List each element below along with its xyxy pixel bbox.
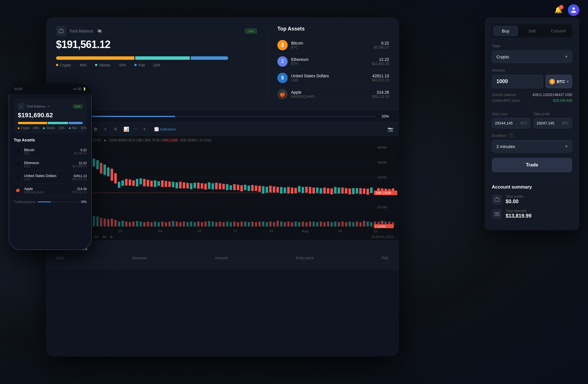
range-all[interactable]: All bbox=[102, 235, 106, 239]
svg-rect-90 bbox=[259, 186, 261, 192]
total-profits-item: Total profits $0.00 bbox=[492, 194, 572, 205]
notifications-bell[interactable]: 🔔 2 bbox=[554, 6, 562, 14]
trade-button[interactable]: Trade bbox=[492, 158, 572, 172]
svg-rect-32 bbox=[154, 181, 156, 187]
range-5y[interactable]: 5Y bbox=[95, 235, 98, 239]
phone-asset-eth[interactable]: Ξ Ethereum ETH 12.22 $22,489.74 bbox=[14, 158, 87, 171]
fiat-bar bbox=[191, 56, 228, 60]
svg-rect-100 bbox=[323, 188, 326, 193]
svg-text:7.337B: 7.337B bbox=[375, 225, 385, 228]
svg-rect-105 bbox=[349, 189, 351, 194]
crypto-legend: Crypto bbox=[56, 63, 71, 67]
btc-icon: ₿ bbox=[277, 40, 288, 50]
svg-rect-58 bbox=[302, 187, 304, 193]
svg-rect-49 bbox=[140, 178, 142, 184]
tablet-device: Total Balance Live $191,561.12 Crypto 46… bbox=[46, 17, 399, 356]
stocks-legend: Stocks bbox=[95, 63, 110, 67]
svg-rect-149 bbox=[179, 222, 181, 226]
phone-balance-header: ▪ Total Balance 👁 Live bbox=[18, 103, 83, 110]
svg-rect-138 bbox=[140, 222, 142, 226]
profits-icon bbox=[492, 194, 502, 205]
tab-convert[interactable]: Convert bbox=[546, 26, 571, 36]
svg-text:520B: 520B bbox=[378, 206, 387, 209]
phone-btc-icon: ₿ bbox=[14, 147, 22, 155]
indicators-btn[interactable]: 📈 Indicators bbox=[154, 127, 176, 131]
chart-area-icon[interactable]: 〰 bbox=[134, 127, 138, 131]
svg-rect-151 bbox=[186, 222, 189, 226]
svg-rect-73 bbox=[161, 181, 164, 187]
chart-type-icon[interactable]: ≡ bbox=[114, 126, 117, 132]
aapl-info: Apple NASDAQ:AAPL bbox=[291, 90, 368, 99]
phone-balance-icon: ▪ bbox=[18, 103, 25, 110]
svg-rect-39 bbox=[280, 187, 283, 193]
allocation-bar bbox=[56, 56, 228, 60]
svg-rect-93 bbox=[276, 187, 279, 192]
stop-loss-input[interactable]: 29244.145 BTC bbox=[492, 118, 531, 128]
tab-buy[interactable]: Buy bbox=[493, 26, 518, 36]
phone-status-bar: 01:53 ▪▪▪ 5G 🔋 bbox=[9, 83, 92, 94]
chart-bottom-bar: 3M 6M YTD 1Y 3Y 5Y All ⚙ 00:45:54 (UTC) bbox=[46, 234, 399, 240]
phone-asset-usd[interactable]: $ United States Dollars USD 42811.13 $42… bbox=[14, 171, 87, 184]
svg-rect-147 bbox=[172, 221, 174, 226]
svg-rect-97 bbox=[305, 187, 308, 193]
svg-rect-182 bbox=[298, 222, 301, 226]
svg-rect-104 bbox=[345, 188, 347, 193]
chart-candlestick-icon[interactable]: 📊 bbox=[123, 126, 129, 132]
account-summary: Account summary Total profits $0.00 bbox=[492, 178, 572, 219]
closed-trades-title: Closed Trades bbox=[56, 246, 389, 251]
currency-select[interactable]: ₿ BTC ▾ bbox=[546, 75, 572, 88]
asset-row-usd[interactable]: $ United States Dollars USD 42811.13 $42… bbox=[277, 70, 389, 86]
phone-asset-aapl[interactable]: 🍎 Apple NASDAQ:AAPL 214.26 $38,111.13 bbox=[14, 184, 87, 197]
phone-eye-icon: 👁 bbox=[47, 105, 50, 108]
help-icon[interactable]: ? bbox=[509, 133, 513, 138]
phone-status-icons: ▪▪▪ 5G 🔋 bbox=[74, 87, 86, 91]
svg-rect-80 bbox=[201, 183, 203, 189]
stocks-dot bbox=[95, 64, 97, 66]
amount-input[interactable] bbox=[492, 75, 543, 88]
usd-values: 42811.13 $42,811.13 bbox=[372, 74, 389, 82]
svg-rect-35 bbox=[208, 183, 210, 189]
asset-row-eth[interactable]: Ξ Ethereum ETH 12.22 $22,463.29 bbox=[277, 53, 389, 70]
svg-rect-128 bbox=[104, 219, 106, 226]
svg-rect-172 bbox=[262, 222, 264, 226]
svg-rect-45 bbox=[96, 160, 99, 169]
asset-row-aapl[interactable]: 🍎 Apple NASDAQ:AAPL 214.26 $38,111.13 bbox=[277, 86, 389, 103]
svg-rect-69 bbox=[132, 181, 135, 186]
svg-rect-161 bbox=[223, 222, 225, 226]
col-date: Date bbox=[56, 256, 64, 260]
svg-rect-99 bbox=[313, 188, 315, 193]
svg-rect-54 bbox=[230, 185, 232, 190]
top-assets-title: Top Assets bbox=[277, 26, 389, 32]
balance-icon bbox=[56, 26, 66, 36]
svg-rect-59 bbox=[320, 188, 322, 193]
take-profit-input[interactable]: 29247.145 BTC bbox=[533, 118, 572, 128]
asset-row-btc[interactable]: ₿ Bitcoin BTC 0.22 $6,580.27 bbox=[277, 37, 389, 53]
svg-rect-94 bbox=[287, 187, 290, 193]
aapl-values: 214.26 $38,111.13 bbox=[372, 90, 389, 99]
svg-rect-98 bbox=[309, 187, 311, 193]
tab-sell[interactable]: Sell bbox=[519, 26, 545, 36]
svg-rect-88 bbox=[251, 185, 254, 191]
duration-select[interactable]: 2 minutes ▾ bbox=[492, 140, 572, 153]
phone-top-assets-title: Top Assets bbox=[14, 138, 87, 142]
svg-rect-41 bbox=[316, 188, 318, 193]
svg-rect-137 bbox=[136, 221, 138, 226]
total-deposits-item: Total deposits $13,819.99 bbox=[492, 209, 572, 219]
time-d[interactable]: D bbox=[92, 126, 98, 132]
btc-values: 0.22 $6,580.27 bbox=[374, 41, 389, 49]
svg-rect-154 bbox=[197, 222, 200, 226]
svg-rect-71 bbox=[147, 180, 149, 186]
svg-rect-228 bbox=[495, 198, 499, 201]
phone-stocks-legend: Stocks bbox=[43, 126, 55, 130]
settings-icon[interactable]: ⚙ bbox=[110, 235, 113, 239]
svg-rect-191 bbox=[331, 222, 333, 226]
screenshot-icon[interactable]: 📷 bbox=[388, 126, 393, 132]
svg-rect-106 bbox=[359, 188, 362, 194]
live-badge: Live bbox=[245, 28, 257, 34]
phone-time: 01:53 bbox=[14, 87, 22, 91]
svg-rect-86 bbox=[237, 185, 239, 190]
type-select[interactable]: Crypto ▾ bbox=[492, 50, 572, 63]
user-avatar[interactable] bbox=[568, 4, 579, 16]
phone-asset-btc[interactable]: ₿ Bitcoin BTC 0.22 $6,584.31 bbox=[14, 145, 87, 158]
svg-text:Aug: Aug bbox=[302, 230, 308, 233]
